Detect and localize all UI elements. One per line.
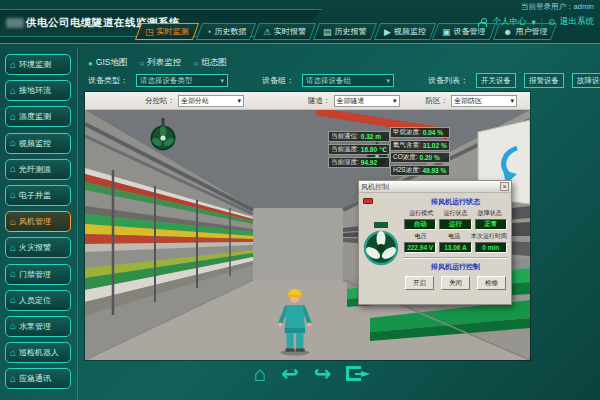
sidebar-item-ground-current[interactable]: ⌂接地环流 — [5, 80, 71, 101]
switch-device-button[interactable]: 开关设备 — [476, 73, 516, 88]
device-group-label: 设备组： — [262, 75, 294, 86]
fan-maintain-button[interactable]: 检修 — [477, 276, 506, 290]
home-icon: ⌂ — [10, 217, 16, 227]
home-icon: ⌂ — [10, 243, 16, 253]
sidebar-item-fiber-temp[interactable]: ⌂光纤测温 — [5, 159, 71, 180]
sidebar-item-pump-manage[interactable]: ⌂水泵管理 — [5, 316, 71, 337]
sidebar-item-label: 温度监测 — [19, 111, 51, 122]
tab-label: 实时报警 — [274, 26, 306, 37]
tab-realtime-monitor[interactable]: ◳实时监测 — [135, 23, 199, 40]
forward-icon[interactable]: ↪ — [314, 363, 332, 384]
sensor-readouts-left: 当前液位:0.32 m 当前温度:16.80 ℃ 当前湿度:94.92 — [328, 131, 390, 168]
dialog-titlebar[interactable]: 风机控制 × — [359, 181, 511, 193]
chevron-down-icon: ▾ — [393, 97, 397, 105]
header: 供电公司电缆隧道在线监测系统 ◳实时监测 ◔历史数据 ⚠实时报警 ▤历史报警 ▶… — [0, 0, 600, 44]
device-group-select[interactable]: 请选择设备组 ▾ — [302, 74, 394, 87]
fan-status-section-title: 排风机运行状态 — [403, 197, 508, 207]
device-manage-icon: ▣ — [442, 27, 451, 37]
fan-status-led — [363, 198, 373, 204]
realtime-monitor-icon: ◳ — [145, 27, 154, 37]
sidebar-item-label: 火灾报警 — [19, 242, 51, 253]
exit-icon[interactable] — [346, 366, 361, 381]
user-manage-icon: ☻ — [503, 27, 512, 37]
home-icon: ⌂ — [10, 374, 16, 384]
sidebar-item-label: 巡检机器人 — [19, 347, 59, 358]
radio-scada-diagram[interactable]: ○组态图 — [193, 57, 226, 69]
device-type-label: 设备类型： — [88, 75, 128, 86]
sidebar-item-fan-manage[interactable]: ⌂风机管理 — [5, 211, 71, 232]
tunnel-end-wall — [253, 208, 343, 280]
logout-link[interactable]: 退出系统 — [560, 16, 594, 28]
fault-device-button[interactable]: 故障设备 — [572, 73, 600, 88]
tunnel-select[interactable]: 全部隧道▾ — [334, 95, 400, 107]
readout-oxygen: 氧气含量:31.02 % — [390, 140, 450, 151]
sidebar-item-video-monitor[interactable]: ⌂视频监控 — [5, 133, 71, 154]
readout-humidity: 当前湿度:94.92 — [328, 157, 390, 168]
readout-co: CO浓度:0.20 % — [390, 152, 450, 163]
status-label: 运行模式 — [404, 209, 438, 218]
device-type-select[interactable]: 请选择设备类型 ▾ — [136, 74, 228, 87]
app-root: 供电公司电缆隧道在线监测系统 ◳实时监测 ◔历史数据 ⚠实时报警 ▤历史报警 ▶… — [0, 0, 600, 400]
alarm-device-button[interactable]: 报警设备 — [524, 73, 564, 88]
runtime-value: 0 min — [475, 242, 507, 253]
sidebar-item-env-monitor[interactable]: ⌂环境监测 — [5, 54, 71, 75]
home-icon: ⌂ — [10, 348, 16, 358]
status-label: 故障状态 — [473, 209, 507, 218]
sidebar-item-manhole-cover[interactable]: ⌂电子井盖 — [5, 185, 71, 206]
sidebar-item-label: 风机管理 — [19, 216, 51, 227]
sidebar-item-temp-monitor[interactable]: ⌂温度监测 — [5, 106, 71, 127]
home-icon: ⌂ — [10, 190, 16, 200]
home-icon: ⌂ — [10, 321, 16, 331]
view-mode-radios: ●GIS地图 ○列表监控 ○组态图 — [88, 57, 227, 69]
logout-icon: ⊙ — [548, 17, 555, 27]
radio-off-icon: ○ — [140, 59, 145, 68]
chevron-down-icon: ▾ — [220, 77, 224, 85]
radio-list-monitor[interactable]: ○列表监控 — [140, 57, 182, 69]
sidebar-item-label: 水泵管理 — [19, 321, 51, 332]
voltage-value: 222.94 V — [404, 242, 436, 253]
select-value: 全部防区 — [454, 96, 482, 106]
tunnel-label: 隧道： — [308, 96, 331, 106]
station-select[interactable]: 全部分站▾ — [178, 95, 244, 107]
radio-gis-map[interactable]: ●GIS地图 — [88, 57, 128, 69]
tab-video-monitor[interactable]: ▶视频监控 — [373, 23, 435, 40]
sidebar-item-access-control[interactable]: ⌂门禁管理 — [5, 264, 71, 285]
tab-history-data[interactable]: ◔历史数据 — [195, 23, 256, 40]
sidebar: ⌂环境监测 ⌂接地环流 ⌂温度监测 ⌂视频监控 ⌂光纤测温 ⌂电子井盖 ⌂风机管… — [0, 48, 78, 400]
home-icon[interactable]: ⌂ — [254, 363, 267, 384]
metric-label: 电流 — [438, 232, 472, 241]
chevron-down-icon: ▾ — [531, 17, 535, 27]
sidebar-item-emergency-comm[interactable]: ⌂应急通讯 — [5, 368, 71, 389]
tab-label: 实时监测 — [157, 26, 189, 37]
sidebar-item-label: 电子井盖 — [19, 190, 51, 201]
home-icon: ⌂ — [10, 269, 16, 279]
zone-select[interactable]: 全部防区▾ — [451, 95, 517, 107]
sidebar-item-label: 视频监控 — [19, 138, 51, 149]
history-data-icon: ◔ — [206, 27, 211, 37]
tunnel-viewport[interactable]: 分控站： 全部分站▾ 隧道： 全部隧道▾ 防区： 全部防区▾ — [85, 92, 530, 360]
readout-methane: 甲烷浓度:0.04 % — [390, 127, 450, 138]
device-list-label: 设备列表： — [428, 75, 468, 86]
readout-h2s: H2S浓度:49.93 % — [390, 165, 450, 176]
select-value: 请选择设备类型 — [140, 76, 193, 86]
tab-history-alarm[interactable]: ▤历史报警 — [313, 23, 377, 40]
fan-stop-button[interactable]: 关闭 — [441, 276, 470, 290]
metric-label: 电压 — [404, 232, 438, 241]
sidebar-item-label: 人员定位 — [19, 295, 51, 306]
radio-on-icon: ● — [88, 59, 93, 68]
radio-label: 组态图 — [201, 57, 227, 69]
personal-center-link[interactable]: 个人中心 — [492, 16, 526, 28]
radio-label: 列表监控 — [147, 57, 181, 69]
back-icon[interactable]: ↩ — [281, 363, 299, 384]
person-icon — [478, 18, 487, 27]
sidebar-item-personnel-location[interactable]: ⌂人员定位 — [5, 290, 71, 311]
home-icon: ⌂ — [10, 164, 16, 174]
home-icon: ⌂ — [10, 112, 16, 122]
fan-start-button[interactable]: 开启 — [405, 276, 434, 290]
close-icon[interactable]: × — [500, 182, 509, 191]
sidebar-item-label: 环境监测 — [19, 59, 51, 70]
home-icon: ⌂ — [10, 295, 16, 305]
sidebar-item-inspection-robot[interactable]: ⌂巡检机器人 — [5, 342, 71, 363]
tab-realtime-alarm[interactable]: ⚠实时报警 — [253, 23, 316, 40]
sidebar-item-fire-alarm[interactable]: ⌂火灾报警 — [5, 237, 71, 258]
